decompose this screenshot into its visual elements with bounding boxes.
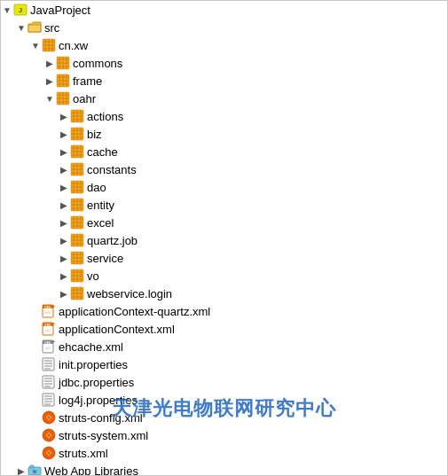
tree-arrow-cn.xw[interactable] bbox=[29, 39, 42, 51]
package-icon bbox=[70, 162, 84, 176]
tree-arrow-vo[interactable] bbox=[58, 269, 70, 282]
tree-label-cn.xw: cn.xw bbox=[59, 39, 88, 52]
tree-label-frame: frame bbox=[73, 74, 102, 88]
tree-item-javaproject[interactable]: J JavaProject bbox=[1, 1, 447, 19]
package-icon bbox=[70, 286, 84, 300]
package-icon bbox=[70, 198, 84, 212]
tree-item-entity[interactable]: entity bbox=[1, 196, 447, 214]
tree-label-ehcache: ehcache.xml bbox=[59, 340, 123, 354]
tree-label-excel: excel bbox=[87, 216, 114, 230]
tree-label-quartz.job: quartz.job bbox=[87, 234, 138, 247]
tree-label-webservice.login: webservice.login bbox=[87, 287, 172, 300]
tree-item-service[interactable]: service bbox=[1, 249, 447, 267]
tree-item-appCtxQuartz[interactable]: XML </> applicationContext-quartz.xml bbox=[1, 302, 447, 320]
package-icon bbox=[70, 269, 84, 283]
tree-label-javaproject: JavaProject bbox=[30, 4, 90, 17]
tree-item-strutsconfig[interactable]: struts-config.xml bbox=[1, 409, 447, 426]
xml-plain-icon: XML </> bbox=[42, 339, 56, 354]
package-icon bbox=[70, 180, 84, 194]
tree-item-appCtx[interactable]: XML </> applicationContext.xml bbox=[1, 320, 447, 338]
xml-orange-icon: XML </> bbox=[42, 322, 56, 336]
tree-root: J JavaProject src cn.xw commons frame bbox=[1, 1, 447, 476]
webapp-libs-icon: W bbox=[28, 464, 42, 476]
tree-arrow-oahr[interactable] bbox=[43, 92, 56, 105]
tree-item-frame[interactable]: frame bbox=[1, 72, 447, 90]
folder-icon bbox=[28, 20, 42, 35]
tree-arrow-service[interactable] bbox=[58, 252, 70, 264]
svg-text:</>: </> bbox=[45, 310, 51, 315]
tree-item-log4j[interactable]: log4j.properties bbox=[1, 391, 447, 409]
tree-item-quartz.job[interactable]: quartz.job bbox=[1, 231, 447, 249]
tree-item-init[interactable]: init.properties bbox=[1, 355, 447, 373]
svg-text:W: W bbox=[33, 469, 37, 474]
tree-arrow-dao[interactable] bbox=[58, 181, 70, 193]
tree-arrow-javaproject[interactable] bbox=[1, 4, 13, 16]
tree-item-vo[interactable]: vo bbox=[1, 267, 447, 285]
properties-icon bbox=[42, 375, 56, 389]
properties-icon bbox=[42, 393, 56, 407]
svg-text:</>: </> bbox=[45, 346, 51, 350]
java-project-icon: J bbox=[13, 3, 28, 17]
tree-item-cache[interactable]: cache bbox=[1, 143, 447, 160]
tree-item-excel[interactable]: excel bbox=[1, 214, 447, 231]
tree-item-webapplibs[interactable]: W Web App Libraries bbox=[1, 462, 447, 476]
tree-item-cn.xw[interactable]: cn.xw bbox=[1, 36, 447, 54]
tree-container[interactable]: J JavaProject src cn.xw commons frame bbox=[0, 0, 448, 476]
tree-item-strutssystem[interactable]: struts-system.xml bbox=[1, 426, 447, 444]
svg-text:</>: </> bbox=[45, 328, 51, 332]
package-icon bbox=[70, 251, 84, 265]
tree-item-struts[interactable]: struts.xml bbox=[1, 444, 447, 462]
tree-item-webservice.login[interactable]: webservice.login bbox=[1, 285, 447, 302]
tree-arrow-src[interactable] bbox=[15, 21, 28, 34]
tree-arrow-actions[interactable] bbox=[58, 110, 70, 122]
svg-text:XML: XML bbox=[44, 306, 51, 309]
svg-point-142 bbox=[47, 451, 51, 455]
tree-label-commons: commons bbox=[73, 57, 122, 70]
tree-arrow-excel[interactable] bbox=[58, 216, 70, 229]
tree-label-dao: dao bbox=[87, 181, 106, 194]
tree-label-constants: constants bbox=[87, 163, 137, 176]
package-icon bbox=[70, 233, 84, 247]
struts-icon bbox=[42, 446, 56, 460]
tree-item-jdbc[interactable]: jdbc.properties bbox=[1, 373, 447, 391]
tree-item-actions[interactable]: actions bbox=[1, 107, 447, 125]
tree-arrow-entity[interactable] bbox=[58, 199, 70, 211]
tree-item-ehcache[interactable]: XML </> ehcache.xml bbox=[1, 338, 447, 355]
tree-item-oahr[interactable]: oahr bbox=[1, 90, 447, 107]
tree-label-entity: entity bbox=[87, 199, 114, 212]
struts-icon bbox=[42, 410, 56, 425]
tree-label-strutsconfig: struts-config.xml bbox=[59, 411, 143, 425]
package-icon bbox=[56, 74, 70, 88]
tree-label-service: service bbox=[87, 252, 123, 265]
tree-arrow-cache[interactable] bbox=[58, 145, 70, 158]
tree-arrow-quartz.job[interactable] bbox=[58, 234, 70, 246]
tree-item-constants[interactable]: constants bbox=[1, 160, 447, 178]
tree-item-biz[interactable]: biz bbox=[1, 125, 447, 143]
tree-arrow-frame[interactable] bbox=[43, 74, 56, 87]
svg-point-138 bbox=[47, 416, 51, 419]
package-icon bbox=[56, 56, 70, 70]
tree-label-init: init.properties bbox=[59, 358, 128, 371]
svg-text:J: J bbox=[19, 6, 22, 14]
tree-arrow-commons[interactable] bbox=[43, 57, 56, 69]
tree-label-struts: struts.xml bbox=[59, 447, 108, 460]
tree-label-actions: actions bbox=[87, 110, 123, 123]
tree-arrow-constants[interactable] bbox=[58, 163, 70, 176]
tree-item-commons[interactable]: commons bbox=[1, 54, 447, 72]
tree-item-src[interactable]: src bbox=[1, 19, 447, 36]
xml-orange-icon: XML </> bbox=[42, 304, 56, 318]
svg-text:XML: XML bbox=[44, 324, 51, 327]
tree-label-biz: biz bbox=[87, 128, 102, 141]
tree-label-appCtx: applicationContext.xml bbox=[59, 323, 175, 336]
tree-item-dao[interactable]: dao bbox=[1, 178, 447, 196]
tree-label-cache: cache bbox=[87, 145, 118, 159]
tree-label-strutssystem: struts-system.xml bbox=[59, 429, 148, 442]
tree-arrow-webapplibs[interactable] bbox=[15, 464, 28, 476]
tree-arrow-webservice.login[interactable] bbox=[58, 287, 70, 300]
tree-arrow-biz[interactable] bbox=[58, 128, 70, 140]
svg-text:XML: XML bbox=[44, 341, 51, 345]
tree-label-log4j: log4j.properties bbox=[59, 394, 138, 407]
package-icon bbox=[70, 144, 84, 159]
tree-label-vo: vo bbox=[87, 269, 99, 283]
tree-label-src: src bbox=[44, 21, 59, 35]
